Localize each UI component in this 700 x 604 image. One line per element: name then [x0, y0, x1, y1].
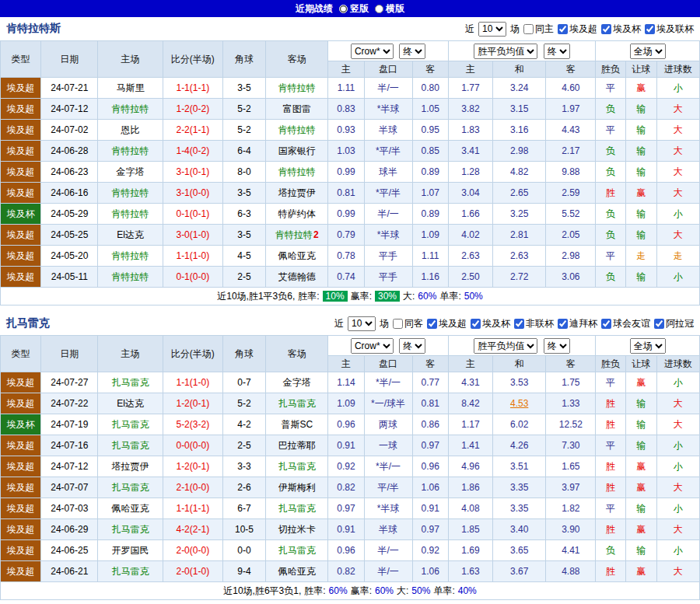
- home-team[interactable]: 扎马雷克: [98, 435, 163, 456]
- away-team[interactable]: 切拉米卡: [266, 519, 328, 540]
- horizontal-radio[interactable]: [375, 5, 383, 13]
- odds-source-select[interactable]: Crow*: [351, 338, 394, 354]
- avg-away: 1.82: [546, 498, 596, 519]
- league-checkbox[interactable]: [645, 24, 655, 34]
- score: 0-1(0-0): [163, 267, 222, 288]
- league-checkbox[interactable]: [601, 319, 611, 329]
- league-checkbox[interactable]: [558, 24, 568, 34]
- odds-away: 0.81: [412, 393, 448, 414]
- same-venue-filter[interactable]: 同主: [523, 23, 554, 36]
- home-team[interactable]: 扎马雷克: [98, 372, 163, 393]
- avg-time-select[interactable]: 终: [544, 44, 570, 59]
- home-team[interactable]: 马斯里: [98, 78, 163, 99]
- away-team[interactable]: 金字塔: [266, 372, 328, 393]
- match-count-select[interactable]: 10: [348, 316, 376, 331]
- layout-option-vertical[interactable]: 竖版: [339, 2, 369, 16]
- league-filter[interactable]: 埃及杯: [601, 23, 641, 36]
- avg-home: 4.02: [448, 225, 492, 246]
- away-team[interactable]: 扎马雷克: [266, 393, 328, 414]
- score: 1-1(1-0): [163, 372, 222, 393]
- odds-time-select[interactable]: 终: [399, 338, 425, 354]
- avg-source-select[interactable]: 胜平负均值: [474, 338, 537, 354]
- home-team[interactable]: El达克: [98, 225, 163, 246]
- home-team[interactable]: 扎马雷克: [98, 477, 163, 498]
- score: 2-1(0-0): [163, 477, 222, 498]
- away-team[interactable]: 肯特拉特: [266, 120, 328, 141]
- same-venue-filter[interactable]: 同客: [393, 317, 423, 330]
- odds-source-cell: Crow* 终: [328, 41, 448, 61]
- scope-select[interactable]: 全场: [630, 338, 666, 354]
- topbar: 近期战绩 竖版 横版: [0, 0, 700, 17]
- odds-away: 0.91: [412, 498, 448, 519]
- league-checkbox[interactable]: [514, 319, 524, 329]
- away-team[interactable]: 佩哈亚克: [266, 246, 328, 267]
- home-team[interactable]: 肯特拉特: [98, 204, 163, 225]
- avg-home: 1.69: [448, 540, 492, 561]
- home-team[interactable]: El达克: [98, 393, 163, 414]
- home-team[interactable]: 开罗国民: [98, 540, 163, 561]
- home-team[interactable]: 扎马雷克: [98, 561, 163, 582]
- league-filter[interactable]: 埃及超: [558, 23, 597, 36]
- away-team[interactable]: 巴拉蒂耶: [266, 435, 328, 456]
- home-team[interactable]: 塔拉贾伊: [98, 456, 163, 477]
- vertical-radio[interactable]: [339, 5, 348, 13]
- league-checkbox-label: 迪拜杯: [569, 317, 597, 330]
- home-team[interactable]: 肯特拉特: [98, 183, 163, 204]
- away-team[interactable]: 肯特拉特: [266, 78, 328, 99]
- away-team[interactable]: 佩哈亚克: [266, 561, 328, 582]
- league-filter[interactable]: 非联杯: [514, 317, 554, 330]
- league-filter[interactable]: 球会友谊: [601, 317, 650, 330]
- away-team[interactable]: 富图雷: [266, 99, 328, 120]
- avg-source-select[interactable]: 胜平负均值: [474, 44, 537, 59]
- home-team[interactable]: 肯特拉特: [98, 267, 163, 288]
- home-team[interactable]: 扎马雷克: [98, 414, 163, 435]
- league-filter[interactable]: 迪拜杯: [558, 317, 597, 330]
- league-filter[interactable]: 埃及杯: [471, 317, 510, 330]
- league-checkbox[interactable]: [601, 24, 611, 34]
- home-team[interactable]: 金字塔: [98, 162, 163, 183]
- same-venue-checkbox[interactable]: [523, 24, 534, 34]
- away-team[interactable]: 伊斯梅利: [266, 477, 328, 498]
- home-team[interactable]: 肯特拉特: [98, 141, 163, 162]
- home-team[interactable]: 恩比: [98, 120, 163, 141]
- avg-away: 4.43: [546, 120, 596, 141]
- layout-option-horizontal[interactable]: 横版: [375, 2, 404, 16]
- league-checkbox[interactable]: [427, 319, 437, 329]
- league-filter[interactable]: 埃及联杯: [645, 23, 694, 36]
- home-team[interactable]: 肯特拉特: [98, 246, 163, 267]
- away-team[interactable]: 扎马雷克: [266, 540, 328, 561]
- scope-select[interactable]: 全场: [630, 44, 666, 59]
- league-tag: 埃及杯: [1, 204, 41, 225]
- away-team[interactable]: 扎马雷克: [266, 498, 328, 519]
- avg-draw: 3.40: [493, 519, 546, 540]
- away-team[interactable]: 肯特拉特: [266, 162, 328, 183]
- league-checkbox[interactable]: [654, 319, 664, 329]
- away-team[interactable]: 塔拉贾伊: [266, 183, 328, 204]
- away-team[interactable]: 国家银行: [266, 141, 328, 162]
- team2-header: 扎马雷克 近 10 场 同客 埃及超埃及杯非联杯迪拜杯球会友谊阿拉冠: [0, 312, 700, 335]
- odds-time-select[interactable]: 终: [399, 44, 425, 59]
- home-team[interactable]: 肯特拉特: [98, 99, 163, 120]
- same-venue-checkbox[interactable]: [393, 319, 403, 329]
- match-count-select[interactable]: 10: [478, 22, 506, 37]
- avg-home: 1.41: [448, 435, 492, 456]
- corner: 9-4: [222, 561, 265, 582]
- league-checkbox[interactable]: [558, 319, 568, 329]
- away-team[interactable]: 扎马雷克: [266, 456, 328, 477]
- away-team[interactable]: 普斯SC: [266, 414, 328, 435]
- league-tag: 埃及超: [1, 99, 41, 120]
- home-team[interactable]: 佩哈亚克: [98, 498, 163, 519]
- avg-time-select[interactable]: 终: [544, 338, 570, 354]
- league-checkbox[interactable]: [471, 319, 481, 329]
- match-date: 24-06-28: [41, 141, 98, 162]
- odds-away: 1.09: [412, 225, 448, 246]
- away-team[interactable]: 特萨约体: [266, 204, 328, 225]
- league-filter[interactable]: 阿拉冠: [654, 317, 694, 330]
- goals-result: 大: [656, 141, 699, 162]
- away-team[interactable]: 肯特拉特2: [266, 225, 328, 246]
- home-team[interactable]: 扎马雷克: [98, 519, 163, 540]
- league-tag: 埃及超: [1, 162, 41, 183]
- league-filter[interactable]: 埃及超: [427, 317, 467, 330]
- away-team[interactable]: 艾德翰德: [266, 267, 328, 288]
- odds-source-select[interactable]: Crow*: [351, 44, 394, 59]
